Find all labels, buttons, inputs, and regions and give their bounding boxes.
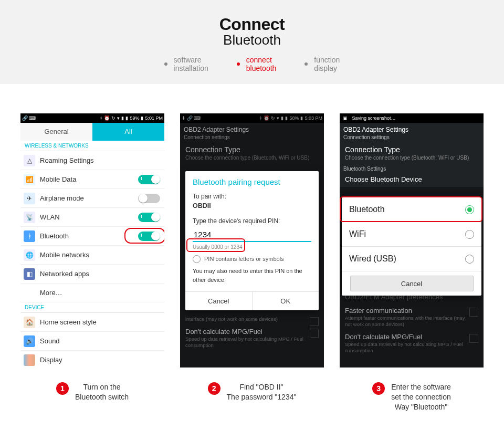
section-wireless: WIRELESS & NETWORKS — [20, 141, 164, 151]
step-badge: 2 — [208, 382, 220, 395]
radio-icon — [465, 230, 474, 239]
crumb-label: software — [174, 56, 202, 64]
option-label: Bluetooth — [349, 205, 385, 214]
crumb-label: display — [314, 64, 337, 72]
panel-row: 🔗⌨ ᚼ⏰↻▾▮▮ 59%▮ 5:01 PM General All WIREL… — [0, 84, 504, 377]
cancel-button[interactable]: Cancel — [350, 276, 474, 291]
caption-2: 2 Find "OBD II"The password "1234" — [180, 382, 324, 412]
status-message: Saving screenshot… — [352, 116, 396, 121]
row-sound[interactable]: 🔊Sound — [20, 332, 164, 351]
signal-icon: ▮ — [125, 116, 128, 121]
caption-text: The password "1234" — [227, 393, 297, 401]
row-label: More… — [40, 289, 62, 297]
row-mobile-networks[interactable]: 🌐Mobile networks — [20, 246, 164, 265]
sound-icon: 🔊 — [24, 335, 35, 347]
panel-3: ▣ Saving screenshot… OBD2 Adapter Settin… — [340, 113, 484, 368]
ok-button[interactable]: OK — [252, 292, 319, 310]
row-label: Networked apps — [40, 270, 89, 278]
pin-label: Type the device's required PIN: — [193, 216, 311, 226]
hero-title-1: Connect — [0, 15, 504, 34]
caption-text: set the connection — [391, 393, 451, 401]
option-wired-usb[interactable]: Wired (USB) — [342, 247, 481, 271]
bluetooth-row-icon: ᚼ — [24, 230, 35, 242]
crumb-dot-icon — [237, 62, 240, 66]
mobile-data-icon: 📶 — [24, 174, 35, 185]
row-wlan[interactable]: 📡WLANI — [20, 208, 164, 227]
pair-with-label: To pair with: — [193, 192, 311, 201]
panel-1: 🔗⌨ ᚼ⏰↻▾▮▮ 59%▮ 5:01 PM General All WIREL… — [20, 113, 164, 368]
bt-settings-header: Bluetooth Settings — [340, 164, 484, 174]
row-home-screen[interactable]: 🏠Home screen style — [20, 313, 164, 332]
row-more[interactable]: More… — [20, 284, 164, 302]
crumb-connect[interactable]: connectbluetooth — [237, 56, 277, 72]
step-badge: 3 — [372, 382, 385, 395]
radio-icon — [193, 255, 201, 263]
status-bar: 🔗⌨ ᚼ⏰↻▾▮▮ 59%▮ 5:01 PM — [20, 113, 164, 123]
keyboard-icon: ⌨ — [29, 116, 36, 121]
toggle-wlan[interactable]: I — [138, 213, 160, 222]
pin-letters-checkbox-row[interactable]: PIN contains letters or symbols — [193, 255, 311, 264]
caption-text: Enter the software — [391, 383, 451, 391]
radio-selected-icon — [465, 205, 474, 214]
settings-tabs: General All — [20, 123, 164, 141]
row-label: Display — [40, 356, 62, 364]
phone-screen-1: 🔗⌨ ᚼ⏰↻▾▮▮ 59%▮ 5:01 PM General All WIREL… — [20, 113, 164, 368]
roaming-icon: △ — [24, 155, 35, 166]
cancel-button[interactable]: Cancel — [185, 292, 252, 310]
checkbox-label: PIN contains letters or symbols — [204, 255, 284, 264]
crumb-software[interactable]: softwareinstallation — [164, 56, 208, 72]
crumb-label: bluetooth — [246, 64, 277, 72]
row-label: Bluetooth — [40, 232, 69, 240]
spacer-icon — [24, 287, 35, 299]
link-icon: 🔗 — [22, 116, 28, 121]
row-label: Airplane mode — [40, 194, 84, 202]
caption-text: Find "OBD II" — [239, 383, 283, 391]
obd-subtitle: Connection settings — [340, 134, 484, 143]
wifi-icon: ▾ — [117, 116, 120, 121]
tab-general[interactable]: General — [20, 123, 92, 141]
row-label: Mobile networks — [40, 251, 89, 259]
toggle-bluetooth[interactable]: I — [138, 232, 160, 241]
radio-icon — [465, 255, 474, 264]
alarm-icon: ⏰ — [104, 116, 110, 121]
captions-row: 1 Turn on theBluetooth switch 2 Find "OB… — [0, 377, 504, 433]
mobile-net-icon: 🌐 — [24, 249, 35, 261]
sim-icon: ▮ — [121, 116, 124, 121]
bluetooth-icon: ᚼ — [100, 116, 102, 121]
home-icon: 🏠 — [24, 317, 35, 328]
apps-icon: ◧ — [24, 268, 35, 280]
status-time: 5:01 PM — [145, 116, 163, 121]
row-label: WLAN — [40, 213, 60, 221]
phone-screen-2: ⬇🔗⌨ ᚼ⏰↻▾▮▮ 58%▮ 5:03 PM OBD2 Adapter Set… — [180, 113, 324, 368]
crumb-function[interactable]: functiondisplay — [304, 56, 340, 72]
row-bluetooth[interactable]: ᚼBluetoothI — [20, 227, 164, 246]
option-wifi[interactable]: WiFi — [342, 222, 481, 247]
row-choose-bt-device[interactable]: Choose Bluetooth Device — [340, 174, 484, 188]
crumb-label: function — [314, 56, 340, 64]
airplane-icon: ✈ — [24, 193, 35, 204]
pairing-modal: Bluetooth pairing request To pair with: … — [185, 171, 319, 310]
caption-3: 3 Enter the softwareset the connectionWa… — [340, 382, 484, 412]
tab-all[interactable]: All — [92, 123, 164, 141]
hero-title-2: Bluetooth — [0, 32, 504, 48]
crumb-label: installation — [174, 64, 208, 72]
settings-list: WIRELESS & NETWORKS △Roaming Settings 📶M… — [20, 141, 164, 368]
wlan-icon: 📡 — [24, 212, 35, 223]
row-connection-type[interactable]: Connection Type Choose the connection ty… — [340, 143, 484, 164]
toggle-airplane[interactable] — [138, 194, 160, 203]
crumb-dot-icon — [164, 62, 167, 66]
row-mobile-data[interactable]: 📶Mobile DataI — [20, 170, 164, 189]
row-networked-apps[interactable]: ◧Networked apps — [20, 265, 164, 284]
option-label: Wired (USB) — [349, 254, 396, 264]
row-roaming[interactable]: △Roaming Settings — [20, 151, 164, 170]
phone-screen-3: ▣ Saving screenshot… OBD2 Adapter Settin… — [340, 113, 484, 368]
hero-banner: Connect Bluetooth softwareinstallation c… — [0, 0, 504, 84]
row-label: Home screen style — [40, 318, 97, 326]
conn-type-label: Connection Type — [345, 145, 478, 154]
row-airplane[interactable]: ✈Airplane mode — [20, 189, 164, 208]
pin-input[interactable] — [193, 228, 311, 242]
option-label: WiFi — [349, 229, 366, 239]
option-bluetooth[interactable]: Bluetooth — [342, 197, 481, 222]
toggle-mobile-data[interactable]: I — [138, 175, 160, 184]
row-display[interactable]: Display — [20, 351, 164, 368]
